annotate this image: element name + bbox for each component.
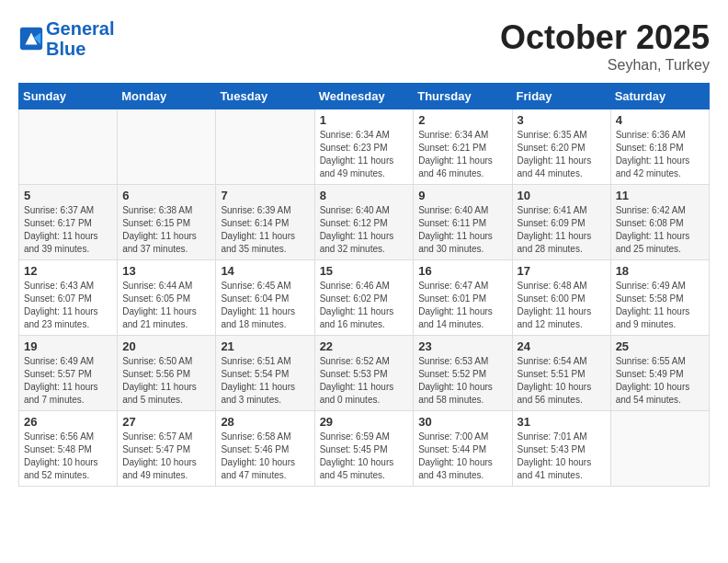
day-info: Sunrise: 6:36 AM Sunset: 6:18 PM Dayligh… xyxy=(616,129,704,180)
day-info: Sunrise: 6:40 AM Sunset: 6:11 PM Dayligh… xyxy=(418,204,506,256)
day-info: Sunrise: 6:57 AM Sunset: 5:47 PM Dayligh… xyxy=(122,431,210,482)
day-number: 11 xyxy=(616,189,704,202)
calendar-day-13: 13Sunrise: 6:44 AM Sunset: 6:05 PM Dayli… xyxy=(118,260,216,336)
logo-line2: Blue xyxy=(46,39,114,59)
calendar-day-15: 15Sunrise: 6:46 AM Sunset: 6:02 PM Dayli… xyxy=(314,260,414,336)
day-info: Sunrise: 6:45 AM Sunset: 6:04 PM Dayligh… xyxy=(221,280,309,331)
calendar-day-24: 24Sunrise: 6:54 AM Sunset: 5:51 PM Dayli… xyxy=(512,336,610,411)
day-number: 13 xyxy=(122,264,210,278)
calendar-day-28: 28Sunrise: 6:58 AM Sunset: 5:46 PM Dayli… xyxy=(216,411,314,487)
day-number: 29 xyxy=(320,415,409,429)
day-number: 12 xyxy=(24,264,112,278)
calendar-day-6: 6Sunrise: 6:38 AM Sunset: 6:15 PM Daylig… xyxy=(118,185,216,260)
calendar-empty-cell xyxy=(118,109,216,185)
day-info: Sunrise: 6:56 AM Sunset: 5:48 PM Dayligh… xyxy=(24,431,112,482)
calendar-day-31: 31Sunrise: 7:01 AM Sunset: 5:43 PM Dayli… xyxy=(512,411,610,487)
calendar-day-20: 20Sunrise: 6:50 AM Sunset: 5:56 PM Dayli… xyxy=(118,336,216,411)
day-info: Sunrise: 6:49 AM Sunset: 5:57 PM Dayligh… xyxy=(24,355,112,407)
day-number: 22 xyxy=(320,339,409,353)
day-number: 8 xyxy=(320,189,409,202)
weekday-header-monday: Monday xyxy=(118,84,216,109)
calendar-day-11: 11Sunrise: 6:42 AM Sunset: 6:08 PM Dayli… xyxy=(610,185,709,260)
day-info: Sunrise: 6:42 AM Sunset: 6:08 PM Dayligh… xyxy=(616,204,704,256)
calendar-day-23: 23Sunrise: 6:53 AM Sunset: 5:52 PM Dayli… xyxy=(414,336,512,411)
calendar-day-7: 7Sunrise: 6:39 AM Sunset: 6:14 PM Daylig… xyxy=(216,185,314,260)
day-number: 26 xyxy=(24,415,112,429)
day-number: 20 xyxy=(122,339,210,353)
day-number: 3 xyxy=(518,113,606,127)
page-header: General Blue October 2025 Seyhan, Turkey xyxy=(18,18,710,74)
logo: General Blue xyxy=(18,18,114,59)
day-info: Sunrise: 6:54 AM Sunset: 5:51 PM Dayligh… xyxy=(518,355,606,407)
calendar-day-19: 19Sunrise: 6:49 AM Sunset: 5:57 PM Dayli… xyxy=(19,336,118,411)
day-info: Sunrise: 6:39 AM Sunset: 6:14 PM Dayligh… xyxy=(221,204,309,256)
calendar-day-22: 22Sunrise: 6:52 AM Sunset: 5:53 PM Dayli… xyxy=(314,336,414,411)
weekday-header-sunday: Sunday xyxy=(19,84,118,109)
day-number: 10 xyxy=(518,189,606,202)
day-number: 6 xyxy=(122,189,210,202)
day-number: 1 xyxy=(320,113,409,127)
calendar-day-9: 9Sunrise: 6:40 AM Sunset: 6:11 PM Daylig… xyxy=(414,185,512,260)
day-info: Sunrise: 6:50 AM Sunset: 5:56 PM Dayligh… xyxy=(122,355,210,407)
calendar-day-12: 12Sunrise: 6:43 AM Sunset: 6:07 PM Dayli… xyxy=(19,260,118,336)
calendar-empty-cell xyxy=(610,411,709,487)
calendar-day-30: 30Sunrise: 7:00 AM Sunset: 5:44 PM Dayli… xyxy=(414,411,512,487)
day-number: 2 xyxy=(418,113,506,127)
calendar-day-17: 17Sunrise: 6:48 AM Sunset: 6:00 PM Dayli… xyxy=(512,260,610,336)
day-number: 23 xyxy=(418,339,506,353)
day-info: Sunrise: 6:35 AM Sunset: 6:20 PM Dayligh… xyxy=(518,129,606,180)
day-number: 31 xyxy=(518,415,606,429)
calendar-day-21: 21Sunrise: 6:51 AM Sunset: 5:54 PM Dayli… xyxy=(216,336,314,411)
day-info: Sunrise: 6:52 AM Sunset: 5:53 PM Dayligh… xyxy=(320,355,409,407)
day-info: Sunrise: 6:34 AM Sunset: 6:21 PM Dayligh… xyxy=(418,129,506,180)
day-info: Sunrise: 6:48 AM Sunset: 6:00 PM Dayligh… xyxy=(518,280,606,331)
weekday-header-saturday: Saturday xyxy=(610,84,709,109)
day-info: Sunrise: 6:47 AM Sunset: 6:01 PM Dayligh… xyxy=(418,280,506,331)
weekday-header-row: SundayMondayTuesdayWednesdayThursdayFrid… xyxy=(19,84,710,109)
calendar-day-18: 18Sunrise: 6:49 AM Sunset: 5:58 PM Dayli… xyxy=(610,260,709,336)
day-number: 5 xyxy=(24,189,112,202)
day-number: 14 xyxy=(221,264,309,278)
calendar-week-row: 26Sunrise: 6:56 AM Sunset: 5:48 PM Dayli… xyxy=(19,411,710,487)
day-number: 18 xyxy=(616,264,704,278)
day-info: Sunrise: 6:34 AM Sunset: 6:23 PM Dayligh… xyxy=(320,129,409,180)
day-info: Sunrise: 6:51 AM Sunset: 5:54 PM Dayligh… xyxy=(221,355,309,407)
calendar-day-25: 25Sunrise: 6:55 AM Sunset: 5:49 PM Dayli… xyxy=(610,336,709,411)
calendar-day-2: 2Sunrise: 6:34 AM Sunset: 6:21 PM Daylig… xyxy=(414,109,512,185)
day-info: Sunrise: 6:41 AM Sunset: 6:09 PM Dayligh… xyxy=(518,204,606,256)
day-number: 28 xyxy=(221,415,309,429)
calendar-week-row: 12Sunrise: 6:43 AM Sunset: 6:07 PM Dayli… xyxy=(19,260,710,336)
day-info: Sunrise: 6:58 AM Sunset: 5:46 PM Dayligh… xyxy=(221,431,309,482)
calendar-day-29: 29Sunrise: 6:59 AM Sunset: 5:45 PM Dayli… xyxy=(314,411,414,487)
calendar-table: SundayMondayTuesdayWednesdayThursdayFrid… xyxy=(18,83,710,487)
day-number: 4 xyxy=(616,113,704,127)
logo-line1: General xyxy=(46,18,114,39)
weekday-header-tuesday: Tuesday xyxy=(216,84,314,109)
calendar-empty-cell xyxy=(216,109,314,185)
calendar-day-5: 5Sunrise: 6:37 AM Sunset: 6:17 PM Daylig… xyxy=(19,185,118,260)
day-info: Sunrise: 6:44 AM Sunset: 6:05 PM Dayligh… xyxy=(122,280,210,331)
day-number: 19 xyxy=(24,339,112,353)
day-number: 25 xyxy=(616,339,704,353)
title-section: October 2025 Seyhan, Turkey xyxy=(500,18,710,74)
day-number: 27 xyxy=(122,415,210,429)
day-number: 17 xyxy=(518,264,606,278)
calendar-week-row: 19Sunrise: 6:49 AM Sunset: 5:57 PM Dayli… xyxy=(19,336,710,411)
weekday-header-thursday: Thursday xyxy=(414,84,512,109)
day-number: 24 xyxy=(518,339,606,353)
month-title: October 2025 xyxy=(500,18,710,57)
calendar-day-14: 14Sunrise: 6:45 AM Sunset: 6:04 PM Dayli… xyxy=(216,260,314,336)
logo-text: General Blue xyxy=(46,18,114,59)
calendar-day-4: 4Sunrise: 6:36 AM Sunset: 6:18 PM Daylig… xyxy=(610,109,709,185)
day-info: Sunrise: 6:49 AM Sunset: 5:58 PM Dayligh… xyxy=(616,280,704,331)
calendar-empty-cell xyxy=(19,109,118,185)
day-info: Sunrise: 6:38 AM Sunset: 6:15 PM Dayligh… xyxy=(122,204,210,256)
day-info: Sunrise: 6:37 AM Sunset: 6:17 PM Dayligh… xyxy=(24,204,112,256)
day-number: 30 xyxy=(418,415,506,429)
day-number: 16 xyxy=(418,264,506,278)
day-number: 21 xyxy=(221,339,309,353)
calendar-day-10: 10Sunrise: 6:41 AM Sunset: 6:09 PM Dayli… xyxy=(512,185,610,260)
day-number: 7 xyxy=(221,189,309,202)
calendar-week-row: 5Sunrise: 6:37 AM Sunset: 6:17 PM Daylig… xyxy=(19,185,710,260)
weekday-header-friday: Friday xyxy=(512,84,610,109)
